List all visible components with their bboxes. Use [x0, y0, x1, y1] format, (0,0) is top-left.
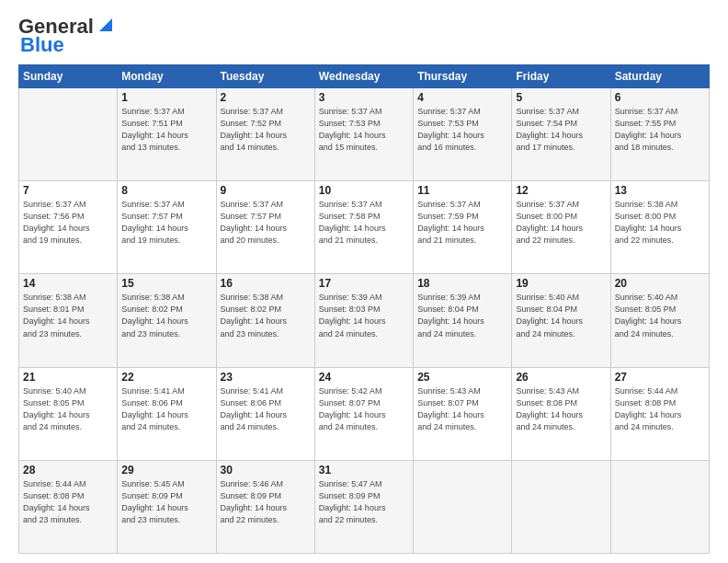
day-number: 9: [221, 184, 311, 197]
day-info: Sunrise: 5:37 AM Sunset: 7:55 PM Dayligh…: [615, 106, 705, 154]
day-info: Sunrise: 5:37 AM Sunset: 7:57 PM Dayligh…: [121, 199, 211, 247]
weekday-header-sunday: Sunday: [19, 65, 118, 88]
day-number: 15: [121, 277, 211, 290]
calendar-cell: 12Sunrise: 5:37 AM Sunset: 8:00 PM Dayli…: [512, 181, 610, 274]
calendar-week-row: 28Sunrise: 5:44 AM Sunset: 8:08 PM Dayli…: [19, 460, 710, 553]
day-info: Sunrise: 5:42 AM Sunset: 8:07 PM Dayligh…: [319, 385, 409, 433]
calendar-cell: 18Sunrise: 5:39 AM Sunset: 8:04 PM Dayli…: [414, 274, 512, 367]
calendar-cell: 16Sunrise: 5:38 AM Sunset: 8:02 PM Dayli…: [216, 274, 314, 367]
day-number: 5: [516, 91, 606, 104]
day-number: 4: [417, 91, 507, 104]
day-info: Sunrise: 5:37 AM Sunset: 7:56 PM Dayligh…: [23, 199, 113, 247]
day-number: 26: [516, 371, 606, 384]
calendar-cell: 20Sunrise: 5:40 AM Sunset: 8:05 PM Dayli…: [610, 274, 709, 367]
day-number: 2: [221, 91, 311, 104]
day-number: 10: [319, 184, 409, 197]
day-number: 12: [516, 184, 606, 197]
calendar-cell: 17Sunrise: 5:39 AM Sunset: 8:03 PM Dayli…: [314, 274, 413, 367]
weekday-header-tuesday: Tuesday: [216, 65, 314, 88]
header: General Blue: [18, 15, 710, 57]
day-number: 23: [221, 371, 311, 384]
day-number: 7: [23, 184, 113, 197]
day-info: Sunrise: 5:37 AM Sunset: 7:59 PM Dayligh…: [417, 199, 507, 247]
calendar-cell: [19, 88, 118, 181]
day-info: Sunrise: 5:37 AM Sunset: 7:57 PM Dayligh…: [221, 199, 311, 247]
day-info: Sunrise: 5:46 AM Sunset: 8:09 PM Dayligh…: [221, 478, 311, 526]
day-info: Sunrise: 5:37 AM Sunset: 8:00 PM Dayligh…: [516, 199, 606, 247]
day-number: 1: [121, 91, 211, 104]
day-info: Sunrise: 5:43 AM Sunset: 8:08 PM Dayligh…: [516, 385, 606, 433]
day-number: 17: [319, 277, 409, 290]
calendar-cell: [512, 460, 610, 553]
day-number: 30: [221, 464, 311, 477]
day-number: 24: [319, 371, 409, 384]
calendar-cell: 11Sunrise: 5:37 AM Sunset: 7:59 PM Dayli…: [414, 181, 512, 274]
calendar-cell: 6Sunrise: 5:37 AM Sunset: 7:55 PM Daylig…: [610, 88, 709, 181]
calendar-cell: 15Sunrise: 5:38 AM Sunset: 8:02 PM Dayli…: [118, 274, 216, 367]
day-number: 8: [121, 184, 211, 197]
svg-marker-0: [99, 18, 112, 31]
calendar-cell: 8Sunrise: 5:37 AM Sunset: 7:57 PM Daylig…: [118, 181, 216, 274]
day-info: Sunrise: 5:38 AM Sunset: 8:02 PM Dayligh…: [221, 292, 311, 339]
day-info: Sunrise: 5:40 AM Sunset: 8:04 PM Dayligh…: [516, 292, 606, 339]
day-info: Sunrise: 5:44 AM Sunset: 8:08 PM Dayligh…: [615, 385, 705, 433]
calendar-cell: 13Sunrise: 5:38 AM Sunset: 8:00 PM Dayli…: [610, 181, 709, 274]
day-info: Sunrise: 5:39 AM Sunset: 8:04 PM Dayligh…: [417, 292, 507, 339]
day-number: 29: [121, 464, 211, 477]
day-number: 19: [516, 277, 606, 290]
calendar-cell: 19Sunrise: 5:40 AM Sunset: 8:04 PM Dayli…: [512, 274, 610, 367]
day-info: Sunrise: 5:37 AM Sunset: 7:52 PM Dayligh…: [221, 106, 311, 154]
day-number: 28: [23, 464, 113, 477]
calendar-week-row: 21Sunrise: 5:40 AM Sunset: 8:05 PM Dayli…: [19, 367, 710, 460]
calendar-week-row: 7Sunrise: 5:37 AM Sunset: 7:56 PM Daylig…: [19, 181, 710, 274]
day-info: Sunrise: 5:41 AM Sunset: 8:06 PM Dayligh…: [121, 385, 211, 433]
day-number: 3: [319, 91, 409, 104]
calendar-week-row: 1Sunrise: 5:37 AM Sunset: 7:51 PM Daylig…: [19, 88, 710, 181]
logo-text-blue: Blue: [20, 33, 64, 57]
day-number: 20: [615, 277, 705, 290]
calendar-cell: 14Sunrise: 5:38 AM Sunset: 8:01 PM Dayli…: [19, 274, 118, 367]
day-info: Sunrise: 5:41 AM Sunset: 8:06 PM Dayligh…: [221, 385, 311, 433]
calendar-cell: 30Sunrise: 5:46 AM Sunset: 8:09 PM Dayli…: [216, 460, 314, 553]
calendar-cell: 24Sunrise: 5:42 AM Sunset: 8:07 PM Dayli…: [314, 367, 413, 460]
calendar-cell: 26Sunrise: 5:43 AM Sunset: 8:08 PM Dayli…: [512, 367, 610, 460]
weekday-header-saturday: Saturday: [610, 65, 709, 88]
day-number: 27: [615, 371, 705, 384]
calendar-cell: [414, 460, 512, 553]
calendar-cell: 29Sunrise: 5:45 AM Sunset: 8:09 PM Dayli…: [118, 460, 216, 553]
calendar-cell: 2Sunrise: 5:37 AM Sunset: 7:52 PM Daylig…: [216, 88, 314, 181]
calendar-cell: 9Sunrise: 5:37 AM Sunset: 7:57 PM Daylig…: [216, 181, 314, 274]
calendar-cell: 31Sunrise: 5:47 AM Sunset: 8:09 PM Dayli…: [314, 460, 413, 553]
day-number: 31: [319, 464, 409, 477]
calendar-cell: 22Sunrise: 5:41 AM Sunset: 8:06 PM Dayli…: [118, 367, 216, 460]
day-info: Sunrise: 5:38 AM Sunset: 8:02 PM Dayligh…: [121, 292, 211, 339]
calendar-cell: 27Sunrise: 5:44 AM Sunset: 8:08 PM Dayli…: [610, 367, 709, 460]
calendar-table: SundayMondayTuesdayWednesdayThursdayFrid…: [18, 64, 710, 554]
day-number: 11: [417, 184, 507, 197]
calendar-cell: 3Sunrise: 5:37 AM Sunset: 7:53 PM Daylig…: [314, 88, 413, 181]
calendar-cell: [610, 460, 709, 553]
day-info: Sunrise: 5:38 AM Sunset: 8:00 PM Dayligh…: [615, 199, 705, 247]
day-info: Sunrise: 5:37 AM Sunset: 7:58 PM Dayligh…: [319, 199, 409, 247]
day-info: Sunrise: 5:43 AM Sunset: 8:07 PM Dayligh…: [417, 385, 507, 433]
day-number: 13: [615, 184, 705, 197]
weekday-header-friday: Friday: [512, 65, 610, 88]
page: General Blue SundayMondayTuesdayWednesda…: [0, 0, 728, 563]
calendar-cell: 7Sunrise: 5:37 AM Sunset: 7:56 PM Daylig…: [19, 181, 118, 274]
day-info: Sunrise: 5:37 AM Sunset: 7:54 PM Dayligh…: [516, 106, 606, 154]
day-number: 6: [615, 91, 705, 104]
day-info: Sunrise: 5:40 AM Sunset: 8:05 PM Dayligh…: [23, 385, 113, 433]
weekday-header-wednesday: Wednesday: [314, 65, 413, 88]
day-info: Sunrise: 5:37 AM Sunset: 7:53 PM Dayligh…: [417, 106, 507, 154]
logo: General Blue: [18, 15, 116, 57]
calendar-cell: 10Sunrise: 5:37 AM Sunset: 7:58 PM Dayli…: [314, 181, 413, 274]
calendar-cell: 1Sunrise: 5:37 AM Sunset: 7:51 PM Daylig…: [118, 88, 216, 181]
day-number: 18: [417, 277, 507, 290]
day-number: 22: [121, 371, 211, 384]
weekday-header-row: SundayMondayTuesdayWednesdayThursdayFrid…: [19, 65, 710, 88]
day-info: Sunrise: 5:39 AM Sunset: 8:03 PM Dayligh…: [319, 292, 409, 339]
calendar-cell: 4Sunrise: 5:37 AM Sunset: 7:53 PM Daylig…: [414, 88, 512, 181]
calendar-cell: 25Sunrise: 5:43 AM Sunset: 8:07 PM Dayli…: [414, 367, 512, 460]
day-info: Sunrise: 5:44 AM Sunset: 8:08 PM Dayligh…: [23, 478, 113, 526]
calendar-cell: 21Sunrise: 5:40 AM Sunset: 8:05 PM Dayli…: [19, 367, 118, 460]
